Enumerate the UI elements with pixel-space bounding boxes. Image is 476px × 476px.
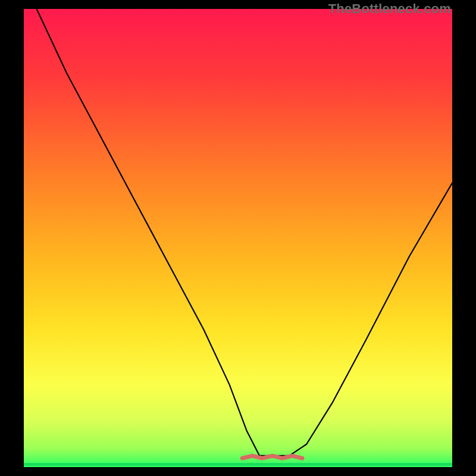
chart-svg [24,9,452,467]
chart-plot [24,9,452,467]
optimal-band [242,456,302,458]
chart-frame: TheBottleneck.com [0,0,476,476]
chart-background [24,9,452,467]
watermark-text: TheBottleneck.com [328,1,451,17]
